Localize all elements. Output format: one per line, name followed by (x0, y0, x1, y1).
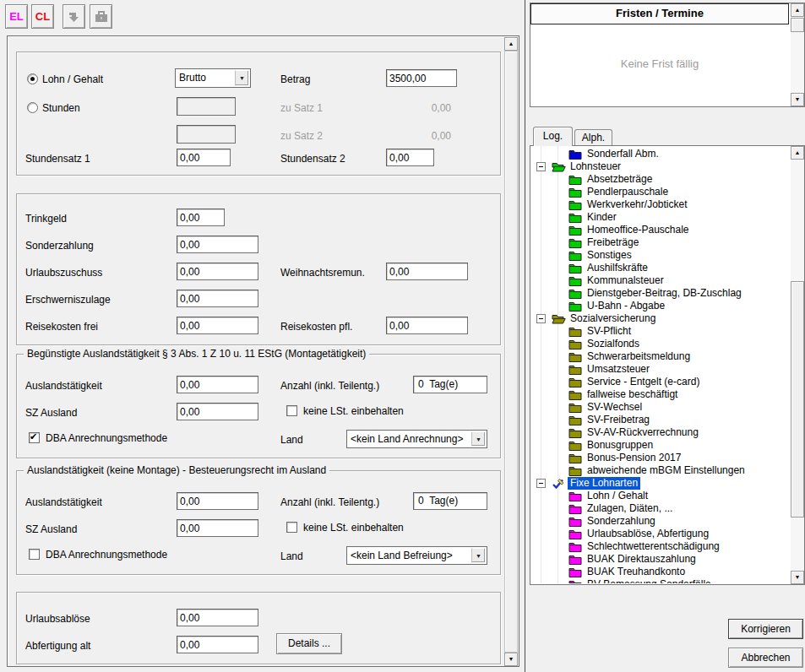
tree-item[interactable]: U-Bahn - Abgabe (531, 300, 790, 312)
korrigieren-button[interactable]: Korrigieren (728, 619, 803, 639)
dropdown-arrow-icon[interactable]: ▼ (471, 431, 486, 447)
tree-item[interactable]: Werkverkehr/Jobticket (531, 198, 790, 211)
fristen-scrollbar-track[interactable]: ▲ ▼ (791, 3, 804, 106)
tree-item[interactable]: SV-Wechsel (531, 401, 790, 414)
tree-item[interactable]: BV-Bemessung Sonderfälle (531, 578, 790, 583)
stundensatz-1-input[interactable] (177, 149, 231, 166)
weihnachtsremun-input[interactable] (386, 263, 468, 280)
tree-item-label[interactable]: SV-AV-Rückverrechnung (585, 426, 701, 439)
sz-ausland-input-1[interactable] (177, 403, 258, 420)
tree-item[interactable]: Absetzbeträge (531, 173, 790, 186)
trinkgeld-input[interactable] (177, 209, 225, 226)
sonderzahlung-input[interactable] (177, 236, 258, 253)
tree-item-label[interactable]: Schlechtwetterentschädigung (585, 540, 722, 553)
tree-item[interactable]: Freibeträge (531, 236, 790, 249)
el-button[interactable]: EL (5, 4, 28, 29)
tree-item[interactable]: Kinder (531, 211, 790, 224)
tree-item[interactable]: Aushilfskräfte (531, 262, 790, 274)
land-dropdown-2[interactable]: <kein Land Befreiung> ▼ (346, 546, 487, 565)
scroll-up-button[interactable]: ▲ (791, 3, 804, 17)
tree-item-label[interactable]: Sonderfall Abm. (585, 148, 661, 160)
dba-checkbox-1[interactable] (29, 432, 40, 443)
tree-expander-icon[interactable] (536, 314, 546, 323)
tree-item-label[interactable]: Lohn / Gehalt (585, 490, 650, 502)
fristen-scrollbar-thumb[interactable] (791, 18, 804, 32)
form-scrollbar-track[interactable]: ▲ ▼ (504, 37, 518, 666)
urlaubszuschuss-input[interactable] (177, 263, 258, 280)
tree-item[interactable]: Umsatzsteuer (531, 363, 790, 376)
dba-checkbox-2[interactable] (29, 549, 40, 560)
tree-item-label[interactable]: Sozialversicherung (568, 312, 658, 325)
land-dropdown-1[interactable]: <kein Land Anrechnung> ▼ (346, 430, 487, 448)
tree-item[interactable]: Homeoffice-Pauschale (531, 224, 790, 236)
tree-item[interactable]: BUAK Treuhandkonto (531, 566, 790, 578)
reisekosten-pfl-input[interactable] (386, 317, 468, 334)
form-scrollbar-thumb[interactable] (504, 51, 518, 653)
anzahl-value-2[interactable]: 0 Tag(e) (413, 492, 487, 510)
details-button[interactable]: Details ... (276, 633, 342, 654)
scroll-up-button[interactable]: ▲ (791, 146, 804, 160)
tree-item-label[interactable]: SV-Pflicht (585, 325, 634, 338)
scroll-down-button[interactable]: ▼ (791, 93, 804, 106)
cl-button[interactable]: CL (31, 4, 54, 29)
tab-log[interactable]: Log. (533, 127, 573, 146)
tree-item[interactable]: Urlaubsablöse, Abfertigung (531, 528, 790, 540)
tree-item[interactable]: Lohn / Gehalt (531, 490, 790, 502)
tree-item-label[interactable]: BUAK Direktauszahlung (585, 553, 699, 566)
scroll-up-button[interactable]: ▲ (504, 37, 518, 51)
auslandstaetigkeit-input-1[interactable] (177, 376, 258, 393)
tree-item-label[interactable]: BV-Bemessung Sonderfälle (585, 578, 714, 583)
tree-item-label[interactable]: Absetzbeträge (585, 173, 655, 186)
tree-item-label[interactable]: SV-Wechsel (585, 401, 645, 414)
tree-item-label[interactable]: Aushilfskräfte (585, 262, 650, 274)
tree-item-label[interactable]: Homeoffice-Pauschale (585, 224, 692, 236)
urlaubsabloese-input[interactable] (177, 609, 258, 626)
stunden-input-2[interactable] (177, 125, 236, 144)
tree-item[interactable]: Sozialfonds (531, 338, 790, 350)
tree-item[interactable]: Bonusgruppen (531, 439, 790, 452)
briefcase-button[interactable] (90, 4, 112, 29)
tree-item-label[interactable]: Schwerarbeitsmeldung (585, 350, 693, 363)
stundensatz-2-input[interactable] (386, 149, 434, 166)
tree-item-label[interactable]: U-Bahn - Abgabe (585, 300, 667, 312)
tree-item-label[interactable]: Lohnsteuer (568, 160, 623, 173)
tree-item-label[interactable]: Kinder (585, 211, 619, 224)
tree-item[interactable]: Sozialversicherung (531, 312, 790, 325)
tree-item[interactable]: Sonstiges (531, 249, 790, 262)
tree-scrollbar-thumb[interactable] (791, 281, 804, 518)
tree-item[interactable]: Sonderzahlung (531, 515, 790, 528)
scroll-down-button[interactable]: ▼ (504, 653, 518, 666)
tree-item-label[interactable]: Dienstgeber-Beitrag, DB-Zuschlag (585, 287, 744, 300)
tree-item[interactable]: SV-AV-Rückverrechnung (531, 426, 790, 439)
tree-item[interactable]: Dienstgeber-Beitrag, DB-Zuschlag (531, 287, 790, 300)
tree-item-label[interactable]: Kommunalsteuer (585, 274, 666, 287)
keine-lst-checkbox-2[interactable] (286, 522, 297, 533)
stunden-input-1[interactable] (177, 97, 236, 116)
radio-lohn-gehalt[interactable] (27, 73, 38, 84)
tree-item[interactable]: Zulagen, Diäten, ... (531, 502, 790, 515)
brutto-dropdown[interactable]: Brutto ▼ (175, 68, 251, 88)
undo-arrow-button[interactable] (63, 4, 85, 29)
tree-item[interactable]: Schwerarbeitsmeldung (531, 350, 790, 363)
tree-item[interactable]: Sonderfall Abm. (531, 148, 790, 160)
tree-item[interactable]: abweichende mBGM Einstellungen (531, 464, 790, 477)
tree-item-label[interactable]: Sozialfonds (585, 338, 642, 350)
tree-item[interactable]: Schlechtwetterentschädigung (531, 540, 790, 553)
tree-item-label[interactable]: Pendlerpauschale (585, 186, 671, 198)
tree-item-label[interactable]: Fixe Lohnarten (568, 477, 640, 490)
tree-expander-icon[interactable] (536, 162, 546, 171)
tree-item[interactable]: Kommunalsteuer (531, 274, 790, 287)
scroll-down-button[interactable]: ▼ (791, 571, 804, 584)
anzahl-value-1[interactable]: 0 Tag(e) (413, 376, 487, 393)
auslandstaetigkeit-input-2[interactable] (177, 492, 258, 510)
tree-item-label[interactable]: Zulagen, Diäten, ... (585, 502, 675, 515)
tree-item[interactable]: Fixe Lohnarten (531, 477, 790, 490)
tree-item-label[interactable]: BUAK Treuhandkonto (585, 566, 688, 578)
tab-alph[interactable]: Alph. (574, 129, 612, 146)
tree-item-label[interactable]: Urlaubsablöse, Abfertigung (585, 528, 711, 540)
reisekosten-frei-input[interactable] (177, 317, 258, 334)
tree-item-label[interactable]: SV-Freibetrag (585, 414, 652, 426)
tree-item[interactable]: SV-Freibetrag (531, 414, 790, 426)
tree-item[interactable]: Pendlerpauschale (531, 186, 790, 198)
tree-item-label[interactable]: abweichende mBGM Einstellungen (585, 464, 748, 477)
